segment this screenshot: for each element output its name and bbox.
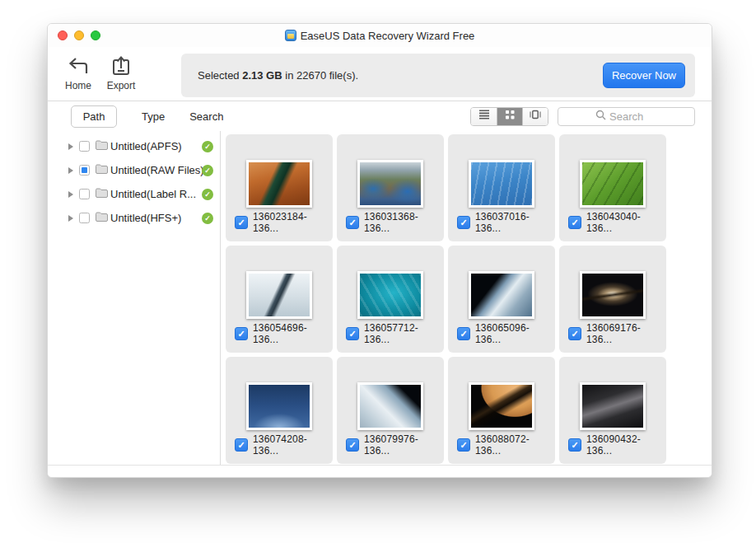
coverflow-view-icon	[529, 108, 542, 124]
file-grid: 136023184-136... 136031368-136... 136037…	[226, 134, 712, 464]
file-grid-panel: 136023184-136... 136031368-136... 136037…	[221, 131, 712, 465]
status-ok-badge	[202, 189, 213, 200]
file-checkbox[interactable]	[235, 216, 248, 229]
home-button[interactable]: Home	[59, 47, 97, 101]
thumbnail-image	[582, 274, 643, 316]
file-card[interactable]: 136074208-136...	[226, 357, 333, 464]
thumbnail-image	[360, 385, 421, 428]
tab-path[interactable]: Path	[71, 105, 117, 128]
thumbnail-frame	[357, 382, 423, 430]
file-card[interactable]: 136088072-136...	[448, 357, 555, 464]
file-checkbox[interactable]	[568, 216, 581, 229]
folder-icon	[95, 163, 109, 178]
volume-checkbox[interactable]	[79, 165, 90, 176]
thumbnail-image	[471, 274, 532, 316]
tree-item-raw-files[interactable]: Untitled(RAW Files)	[48, 158, 220, 182]
file-name: 136079976-136...	[364, 433, 444, 456]
volume-label: Untitled(RAW Files)	[110, 164, 204, 176]
folder-icon	[95, 187, 109, 202]
search-field[interactable]	[558, 107, 695, 126]
selected-size: 2.13 GB	[242, 69, 282, 82]
thumbnail-frame	[246, 160, 312, 208]
file-checkbox[interactable]	[346, 327, 359, 340]
thumbnail-frame	[580, 382, 646, 430]
zoom-button[interactable]	[91, 30, 100, 40]
toolbar: Home Export Selected 2.13 GB in 22670 fi…	[48, 47, 712, 101]
thumbnail-image	[471, 162, 532, 205]
list-view-button[interactable]	[471, 108, 497, 125]
thumbnail-image	[360, 274, 421, 316]
volume-checkbox[interactable]	[79, 213, 90, 223]
tree-item-hfs[interactable]: Untitled(HFS+)	[48, 206, 220, 230]
main-area: Untitled(APFS) Untitled(RAW Files) Untit…	[48, 131, 712, 465]
file-name: 136054696-136...	[253, 322, 333, 345]
coverflow-view-button[interactable]	[522, 108, 548, 125]
file-card[interactable]: 136031368-136...	[337, 134, 444, 241]
file-checkbox[interactable]	[235, 438, 248, 452]
file-name: 136069176-136...	[586, 322, 666, 345]
tab-search[interactable]: Search	[189, 110, 223, 123]
file-name: 136023184-136...	[253, 211, 333, 234]
file-card[interactable]: 136043040-136...	[559, 134, 666, 241]
file-name: 136043040-136...	[586, 211, 666, 234]
tree-item-apfs[interactable]: Untitled(APFS)	[48, 134, 220, 158]
export-button[interactable]: Export	[102, 47, 140, 101]
thumbnail-frame	[246, 271, 312, 319]
volume-checkbox[interactable]	[79, 141, 90, 152]
home-label: Home	[65, 80, 91, 91]
traffic-lights	[48, 30, 100, 40]
view-mode-switcher	[470, 107, 548, 126]
file-card[interactable]: 136054696-136...	[226, 246, 333, 353]
volume-label: Untitled(Label R...	[110, 188, 196, 200]
thumbnail-image	[360, 162, 421, 205]
file-name: 136088072-136...	[475, 433, 555, 456]
disclosure-triangle-icon[interactable]	[68, 167, 73, 174]
file-checkbox[interactable]	[457, 438, 470, 452]
minimize-button[interactable]	[74, 30, 84, 40]
file-checkbox[interactable]	[568, 438, 581, 452]
file-name: 136057712-136...	[364, 322, 444, 345]
file-name: 136074208-136...	[253, 433, 333, 456]
export-label: Export	[107, 80, 136, 91]
file-card[interactable]: 136079976-136...	[337, 357, 444, 464]
selection-info-bar: Selected 2.13 GB in 22670 file(s). Recov…	[181, 54, 695, 97]
disclosure-triangle-icon[interactable]	[68, 215, 73, 222]
disclosure-triangle-icon[interactable]	[68, 191, 73, 198]
file-card[interactable]: 136069176-136...	[559, 246, 666, 353]
file-checkbox[interactable]	[346, 438, 359, 452]
tree-item-label[interactable]: Untitled(Label R...	[48, 182, 220, 206]
file-checkbox[interactable]	[457, 327, 470, 340]
file-card[interactable]: 136057712-136...	[337, 246, 444, 353]
file-checkbox[interactable]	[457, 216, 470, 229]
thumbnail-frame	[246, 382, 312, 430]
file-card[interactable]: 136065096-136...	[448, 246, 555, 353]
file-name: 136065096-136...	[475, 322, 555, 345]
folder-icon	[95, 211, 109, 226]
search-icon	[595, 109, 606, 124]
volume-tree: Untitled(APFS) Untitled(RAW Files) Untit…	[48, 131, 221, 465]
thumbnail-frame	[580, 271, 646, 319]
app-icon	[285, 30, 296, 41]
file-card[interactable]: 136037016-136...	[448, 134, 555, 241]
disclosure-triangle-icon[interactable]	[68, 143, 73, 150]
volume-checkbox[interactable]	[79, 189, 90, 199]
grid-view-icon	[503, 108, 516, 124]
file-card[interactable]: 136090432-136...	[559, 357, 666, 464]
file-name: 136037016-136...	[475, 211, 555, 234]
search-input[interactable]	[609, 110, 657, 123]
thumbnail-image	[582, 162, 643, 205]
volume-label: Untitled(HFS+)	[110, 212, 181, 224]
thumbnail-image	[471, 385, 532, 428]
thumbnail-frame	[357, 271, 423, 319]
recover-now-button[interactable]: Recover Now	[603, 63, 685, 88]
volume-label: Untitled(APFS)	[110, 140, 182, 152]
thumbnail-image	[249, 162, 310, 205]
tab-type[interactable]: Type	[142, 110, 165, 123]
file-checkbox[interactable]	[235, 327, 248, 340]
grid-view-button[interactable]	[497, 108, 522, 125]
thumbnail-frame	[469, 382, 534, 430]
file-card[interactable]: 136023184-136...	[226, 134, 333, 241]
file-checkbox[interactable]	[568, 327, 581, 340]
file-checkbox[interactable]	[346, 216, 359, 229]
close-button[interactable]	[58, 30, 68, 40]
